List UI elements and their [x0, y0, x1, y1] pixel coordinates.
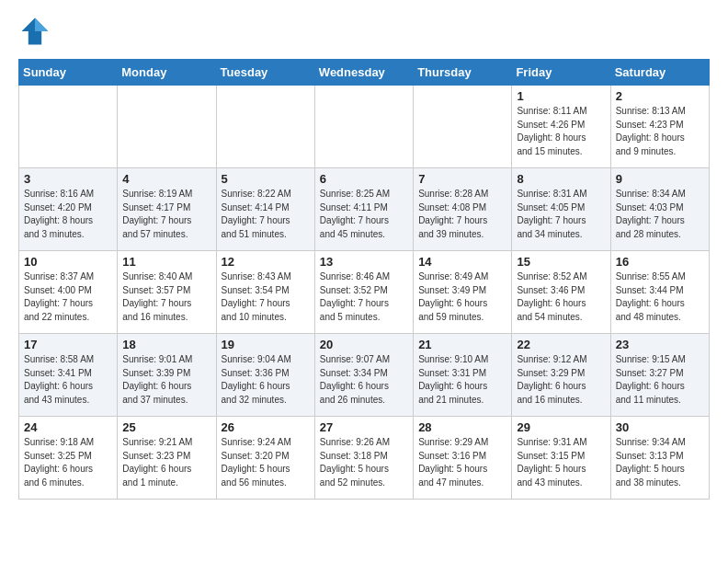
day-info: Sunrise: 8:37 AMSunset: 4:00 PMDaylight:…	[24, 270, 112, 324]
day-number: 18	[122, 338, 210, 351]
calendar-cell: 13Sunrise: 8:46 AMSunset: 3:52 PMDayligh…	[314, 251, 413, 334]
calendar-cell: 11Sunrise: 8:40 AMSunset: 3:57 PMDayligh…	[118, 251, 216, 334]
day-number: 23	[616, 338, 704, 351]
calendar-cell: 1Sunrise: 8:11 AMSunset: 4:26 PMDaylight…	[512, 86, 610, 168]
day-info: Sunrise: 9:21 AMSunset: 3:23 PMDaylight:…	[122, 436, 210, 489]
day-number: 13	[320, 255, 408, 269]
week-row-1: 3Sunrise: 8:16 AMSunset: 4:20 PMDaylight…	[19, 168, 710, 251]
day-number: 5	[222, 172, 310, 186]
day-number: 10	[24, 255, 112, 269]
page: SundayMondayTuesdayWednesdayThursdayFrid…	[0, 0, 728, 514]
day-number: 25	[122, 420, 210, 434]
day-info: Sunrise: 8:46 AMSunset: 3:52 PMDaylight:…	[320, 270, 408, 324]
day-info: Sunrise: 8:13 AMSunset: 4:23 PMDaylight:…	[616, 105, 704, 158]
day-info: Sunrise: 8:52 AMSunset: 3:46 PMDaylight:…	[517, 270, 605, 324]
day-number: 11	[122, 255, 210, 269]
week-row-0: 1Sunrise: 8:11 AMSunset: 4:26 PMDaylight…	[19, 86, 710, 168]
day-info: Sunrise: 9:34 AMSunset: 3:13 PMDaylight:…	[616, 436, 704, 489]
calendar-cell: 21Sunrise: 9:10 AMSunset: 3:31 PMDayligh…	[414, 334, 512, 417]
calendar-cell: 2Sunrise: 8:13 AMSunset: 4:23 PMDaylight…	[610, 86, 709, 168]
calendar-cell	[414, 86, 512, 168]
day-info: Sunrise: 9:07 AMSunset: 3:34 PMDaylight:…	[320, 353, 408, 407]
day-number: 1	[517, 89, 605, 103]
calendar-cell: 7Sunrise: 8:28 AMSunset: 4:08 PMDaylight…	[414, 168, 512, 251]
day-info: Sunrise: 9:18 AMSunset: 3:25 PMDaylight:…	[24, 436, 112, 489]
day-info: Sunrise: 8:19 AMSunset: 4:17 PMDaylight:…	[122, 188, 210, 241]
day-number: 16	[616, 255, 704, 269]
calendar-cell	[314, 86, 413, 168]
day-number: 20	[320, 338, 408, 351]
day-info: Sunrise: 8:58 AMSunset: 3:41 PMDaylight:…	[24, 353, 112, 407]
day-info: Sunrise: 9:26 AMSunset: 3:18 PMDaylight:…	[320, 436, 408, 489]
header	[18, 15, 710, 48]
logo-icon	[18, 15, 51, 48]
calendar-cell: 8Sunrise: 8:31 AMSunset: 4:05 PMDaylight…	[512, 168, 610, 251]
calendar-cell: 24Sunrise: 9:18 AMSunset: 3:25 PMDayligh…	[19, 417, 118, 500]
day-number: 9	[616, 172, 704, 186]
day-number: 2	[616, 89, 704, 103]
calendar-cell: 9Sunrise: 8:34 AMSunset: 4:03 PMDaylight…	[610, 168, 709, 251]
day-number: 4	[122, 172, 210, 186]
day-number: 27	[320, 420, 408, 434]
weekday-thursday: Thursday	[414, 60, 512, 86]
week-row-2: 10Sunrise: 8:37 AMSunset: 4:00 PMDayligh…	[19, 251, 710, 334]
day-number: 7	[418, 172, 506, 186]
day-info: Sunrise: 8:49 AMSunset: 3:49 PMDaylight:…	[418, 270, 506, 324]
day-number: 21	[418, 338, 506, 351]
day-info: Sunrise: 8:16 AMSunset: 4:20 PMDaylight:…	[24, 188, 112, 241]
day-number: 24	[24, 420, 112, 434]
calendar-cell: 15Sunrise: 8:52 AMSunset: 3:46 PMDayligh…	[512, 251, 610, 334]
calendar-cell: 18Sunrise: 9:01 AMSunset: 3:39 PMDayligh…	[118, 334, 216, 417]
day-info: Sunrise: 8:11 AMSunset: 4:26 PMDaylight:…	[517, 105, 605, 158]
day-number: 22	[517, 338, 605, 351]
week-row-3: 17Sunrise: 8:58 AMSunset: 3:41 PMDayligh…	[19, 334, 710, 417]
day-number: 8	[517, 172, 605, 186]
weekday-saturday: Saturday	[610, 60, 709, 86]
day-info: Sunrise: 8:34 AMSunset: 4:03 PMDaylight:…	[616, 188, 704, 241]
svg-marker-1	[35, 18, 48, 31]
calendar-cell: 14Sunrise: 8:49 AMSunset: 3:49 PMDayligh…	[414, 251, 512, 334]
weekday-tuesday: Tuesday	[216, 60, 314, 86]
calendar-cell: 17Sunrise: 8:58 AMSunset: 3:41 PMDayligh…	[19, 334, 118, 417]
calendar-cell: 22Sunrise: 9:12 AMSunset: 3:29 PMDayligh…	[512, 334, 610, 417]
calendar-cell: 20Sunrise: 9:07 AMSunset: 3:34 PMDayligh…	[314, 334, 413, 417]
day-info: Sunrise: 9:15 AMSunset: 3:27 PMDaylight:…	[616, 353, 704, 407]
day-info: Sunrise: 8:28 AMSunset: 4:08 PMDaylight:…	[418, 188, 506, 241]
calendar-cell	[216, 86, 314, 168]
day-info: Sunrise: 8:43 AMSunset: 3:54 PMDaylight:…	[222, 270, 310, 324]
calendar-cell: 19Sunrise: 9:04 AMSunset: 3:36 PMDayligh…	[216, 334, 314, 417]
day-info: Sunrise: 9:04 AMSunset: 3:36 PMDaylight:…	[222, 353, 310, 407]
weekday-header-row: SundayMondayTuesdayWednesdayThursdayFrid…	[19, 60, 710, 86]
weekday-friday: Friday	[512, 60, 610, 86]
calendar-cell: 12Sunrise: 8:43 AMSunset: 3:54 PMDayligh…	[216, 251, 314, 334]
day-number: 28	[418, 420, 506, 434]
calendar-cell: 27Sunrise: 9:26 AMSunset: 3:18 PMDayligh…	[314, 417, 413, 500]
calendar-cell: 5Sunrise: 8:22 AMSunset: 4:14 PMDaylight…	[216, 168, 314, 251]
day-number: 30	[616, 420, 704, 434]
calendar-cell: 28Sunrise: 9:29 AMSunset: 3:16 PMDayligh…	[414, 417, 512, 500]
day-info: Sunrise: 9:10 AMSunset: 3:31 PMDaylight:…	[418, 353, 506, 407]
day-number: 15	[517, 255, 605, 269]
day-number: 12	[222, 255, 310, 269]
day-number: 19	[222, 338, 310, 351]
day-info: Sunrise: 9:31 AMSunset: 3:15 PMDaylight:…	[517, 436, 605, 489]
weekday-sunday: Sunday	[19, 60, 118, 86]
day-info: Sunrise: 8:40 AMSunset: 3:57 PMDaylight:…	[122, 270, 210, 324]
calendar-cell: 16Sunrise: 8:55 AMSunset: 3:44 PMDayligh…	[610, 251, 709, 334]
calendar-cell: 3Sunrise: 8:16 AMSunset: 4:20 PMDaylight…	[19, 168, 118, 251]
day-info: Sunrise: 9:29 AMSunset: 3:16 PMDaylight:…	[418, 436, 506, 489]
weekday-wednesday: Wednesday	[314, 60, 413, 86]
calendar-cell: 10Sunrise: 8:37 AMSunset: 4:00 PMDayligh…	[19, 251, 118, 334]
calendar-cell	[118, 86, 216, 168]
calendar-cell	[19, 86, 118, 168]
calendar-cell: 6Sunrise: 8:25 AMSunset: 4:11 PMDaylight…	[314, 168, 413, 251]
day-info: Sunrise: 9:12 AMSunset: 3:29 PMDaylight:…	[517, 353, 605, 407]
calendar-cell: 4Sunrise: 8:19 AMSunset: 4:17 PMDaylight…	[118, 168, 216, 251]
calendar-cell: 30Sunrise: 9:34 AMSunset: 3:13 PMDayligh…	[610, 417, 709, 500]
day-number: 17	[24, 338, 112, 351]
week-row-4: 24Sunrise: 9:18 AMSunset: 3:25 PMDayligh…	[19, 417, 710, 500]
calendar-cell: 29Sunrise: 9:31 AMSunset: 3:15 PMDayligh…	[512, 417, 610, 500]
day-info: Sunrise: 8:25 AMSunset: 4:11 PMDaylight:…	[320, 188, 408, 241]
weekday-monday: Monday	[118, 60, 216, 86]
day-info: Sunrise: 8:31 AMSunset: 4:05 PMDaylight:…	[517, 188, 605, 241]
